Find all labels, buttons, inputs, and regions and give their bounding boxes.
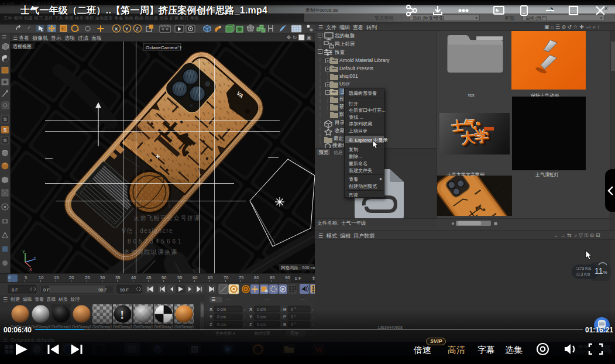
svg-text:80: 80 (254, 275, 259, 280)
svg-text:☰: ☰ (2, 35, 6, 40)
svg-text:X: X (29, 267, 32, 272)
svg-text:透视视图: 透视视图 (13, 44, 32, 49)
svg-text:50: 50 (162, 275, 166, 280)
svg-text:0 F: 0 F (12, 287, 18, 293)
svg-text:Z: Z (33, 256, 36, 260)
svg-text:55: 55 (177, 275, 182, 280)
svg-text:火箭飞船可公众号拼课: 火箭飞船可公众号拼课 (133, 215, 201, 221)
svg-text:60: 60 (193, 275, 197, 280)
svg-text:15: 15 (54, 275, 59, 280)
svg-text:65: 65 (208, 275, 212, 280)
svg-text:90 F: 90 F (98, 287, 107, 293)
svg-text:30: 30 (100, 275, 105, 280)
svg-text:0 F: 0 F (295, 276, 301, 281)
svg-text:5: 5 (25, 275, 27, 280)
svg-text:90 F: 90 F (120, 287, 129, 293)
svg-text:8057345661: 8057345661 (128, 238, 184, 245)
svg-text:网格间距 : 500 cm: 网格间距 : 500 cm (281, 265, 315, 270)
svg-text:0: 0 (8, 275, 11, 280)
svg-text:S: S (4, 127, 7, 133)
svg-text:25: 25 (85, 275, 90, 280)
svg-text:85: 85 (270, 275, 274, 280)
svg-text:本资源院以课换课: 本资源院以课换课 (123, 249, 178, 255)
svg-text:35: 35 (115, 275, 120, 280)
svg-text:40: 40 (131, 275, 136, 280)
svg-text:0 F: 0 F (43, 287, 50, 293)
svg-text:P: P (281, 287, 284, 292)
svg-text:OctaneCamera°†: OctaneCamera°† (146, 45, 182, 50)
svg-text:S: S (4, 138, 7, 143)
svg-text:V信：designcre: V信：designcre (122, 228, 173, 234)
svg-text:10: 10 (39, 275, 43, 280)
svg-text:75: 75 (239, 275, 243, 280)
svg-text:Y: Y (22, 250, 25, 254)
svg-text:45: 45 (146, 275, 151, 280)
svg-text:20: 20 (69, 275, 74, 280)
svg-text:S: S (4, 116, 7, 122)
svg-text:70: 70 (224, 275, 228, 280)
svg-text:90: 90 (285, 275, 290, 280)
